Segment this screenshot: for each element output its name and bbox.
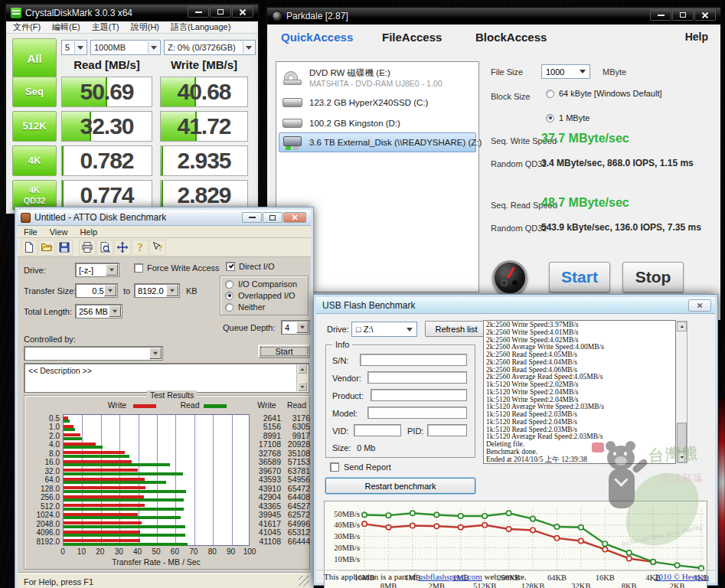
close-button[interactable] (283, 212, 306, 223)
cdm-write-value: 40.68 (177, 79, 230, 105)
force-write-access-checkbox[interactable]: Force Write Access (134, 263, 220, 273)
start-button[interactable]: Start (549, 262, 610, 292)
y-tick-label: 10MB/s (334, 555, 360, 564)
usb-drive-select[interactable]: □ Z:\ (351, 322, 417, 337)
cdm-test-count-select[interactable]: 5 (61, 40, 87, 55)
description-scrollbar[interactable] (296, 364, 308, 391)
data-point-marker (459, 525, 463, 530)
parkdale-tab-fileaccess[interactable]: FileAccess (382, 31, 442, 44)
benchmark-log[interactable]: 2k:2560 Write Speed:3.97MB/s2k:2560 Writ… (483, 320, 676, 464)
model-field[interactable] (367, 407, 467, 419)
print-icon[interactable] (79, 240, 96, 256)
vendor-field[interactable] (367, 371, 467, 384)
refresh-list-button[interactable]: Refresh list (425, 321, 488, 337)
block-size-radio[interactable]: 64 kByte [Windows Default] (546, 89, 662, 98)
restart-benchmark-button[interactable]: Restart benchmark (325, 478, 475, 494)
close-button[interactable] (694, 9, 716, 21)
cdm-test-type-button[interactable]: 4KQD32 (12, 180, 57, 211)
transfer-size-from-select[interactable]: 0.5 (75, 283, 118, 298)
atto-menu-file[interactable]: File (24, 227, 38, 237)
parkdale-tab-quickaccess[interactable]: QuickAccess (281, 31, 353, 44)
usb-titlebar[interactable]: USB Flash Benchmark (316, 297, 715, 314)
scrollbar-thumb[interactable] (677, 423, 687, 452)
open-file-icon[interactable] (38, 240, 55, 256)
cdm-menu-item[interactable]: 說明(H) (131, 21, 159, 33)
io-option-radio[interactable]: I/O Comparison (225, 279, 297, 289)
drive-select[interactable]: [-z-] (75, 263, 119, 277)
data-point-marker (603, 541, 607, 546)
resize-grip[interactable] (299, 576, 309, 586)
save-icon[interactable] (56, 240, 73, 256)
io-option-radio[interactable]: Overlapped I/O (225, 291, 296, 300)
direct-io-checkbox[interactable]: Direct I/O (226, 262, 274, 271)
read-bar (64, 534, 185, 537)
cdm-menu-item[interactable]: 主題(T) (92, 21, 119, 33)
parkdale-tab-blockaccess[interactable]: BlockAccess (475, 31, 547, 44)
maximize-button[interactable] (672, 9, 694, 21)
minimize-button[interactable] (242, 212, 262, 223)
minimize-button[interactable] (650, 9, 671, 21)
queue-depth-select[interactable]: 4 (281, 320, 310, 335)
crystaldiskmark-app-icon (11, 8, 21, 18)
new-file-icon[interactable] (21, 240, 38, 256)
scroll-up-icon[interactable] (298, 364, 307, 374)
vid-field[interactable] (354, 424, 401, 436)
context-help-icon[interactable]: ? (149, 240, 166, 256)
close-button[interactable] (232, 6, 253, 18)
cdm-test-type-button[interactable]: 4K (12, 145, 57, 176)
cdm-menu-item[interactable]: 文件(F) (13, 21, 41, 33)
total-length-select[interactable]: 256 MB (75, 304, 122, 318)
atto-start-button[interactable]: Start (258, 345, 310, 358)
cdm-menu-item[interactable]: 編輯(E) (52, 21, 80, 33)
stop-button[interactable]: Stop (622, 262, 684, 292)
drive-list-item[interactable]: 3.6 TB External_Disk (\\READYSHARE) (Z:) (279, 132, 476, 152)
data-point-marker (627, 556, 632, 560)
drive-list-item[interactable]: 123.2 GB HyperX240SSD (C:) (279, 93, 476, 113)
atto-app-icon (21, 213, 31, 223)
minimize-button[interactable] (188, 6, 209, 18)
file-size-select[interactable]: 1000 (541, 64, 590, 79)
transfer-size-to-select[interactable]: 8192.0 (134, 283, 180, 298)
cdm-test-type-button[interactable]: Seq (12, 77, 57, 107)
scroll-up-icon[interactable] (677, 322, 687, 332)
print-preview-icon[interactable] (96, 240, 113, 256)
cdm-menu-item[interactable]: 語言(Language) (171, 21, 230, 33)
drive-list-item[interactable]: 100.2 GB Kingston (D:) (279, 113, 476, 133)
product-field[interactable] (371, 389, 467, 401)
drive-list-item[interactable]: DVD RW 磁碟機 (E:)MATSHITA - DVD-RAM UJ8E0 … (279, 65, 476, 90)
parkdale-help[interactable]: Help (685, 31, 708, 43)
cdm-target-drive-select[interactable]: Z: 0% (0/3726GB) (164, 40, 256, 55)
usbflashspeed-link[interactable]: usbflashspeed.com (418, 572, 482, 581)
maximize-button[interactable] (210, 6, 231, 18)
x-tick: 10 (77, 547, 86, 556)
log-scrollbar[interactable] (677, 321, 687, 463)
controlled-by-select[interactable] (24, 346, 163, 361)
send-report-checkbox[interactable]: Send Report (330, 462, 391, 472)
help-icon[interactable]: ? (132, 240, 149, 256)
maximize-button[interactable] (263, 212, 282, 223)
crystaldiskmark-titlebar[interactable]: CrystalDiskMark 3.0.3 x64 (6, 5, 258, 21)
parkdale-titlebar[interactable]: Parkdale [2.87] (267, 8, 720, 24)
cdm-read-value: 32.30 (80, 113, 133, 139)
io-option-radio[interactable]: Neither (225, 302, 265, 312)
close-icon (697, 302, 703, 309)
close-button[interactable] (688, 299, 711, 312)
atto-menu-view[interactable]: View (50, 227, 68, 237)
read-value: 66444 (283, 537, 310, 546)
move-icon[interactable] (114, 240, 131, 256)
description-field[interactable]: << Description >> (24, 363, 309, 393)
sn-field[interactable] (360, 354, 467, 366)
scroll-down-icon[interactable] (677, 452, 687, 462)
cdm-test-size-select[interactable]: 1000MB (90, 40, 161, 55)
scroll-down-icon[interactable] (298, 382, 307, 391)
cdm-test-type-button[interactable]: 512K (12, 111, 57, 142)
cdm-read-value-cell: 0.782 (61, 145, 152, 176)
kb-label: KB (186, 286, 198, 296)
heep-link[interactable]: 2010 © Heep.ru (655, 572, 709, 581)
atto-titlebar[interactable]: Untitled - ATTO Disk Benchmark (18, 210, 311, 226)
write-values-header: Write (253, 400, 281, 410)
maximize-icon (680, 12, 686, 18)
atto-menu-help[interactable]: Help (80, 227, 97, 237)
pid-field[interactable] (427, 424, 467, 436)
block-size-radio[interactable]: 1 MByte (546, 113, 589, 122)
